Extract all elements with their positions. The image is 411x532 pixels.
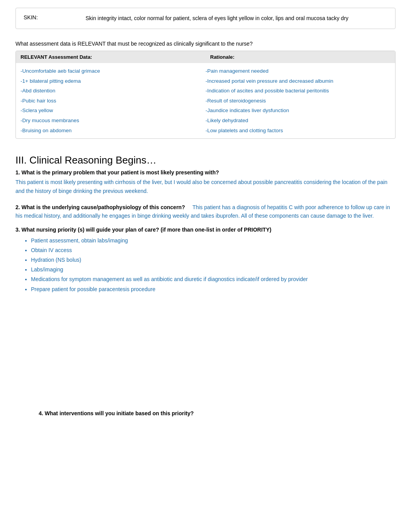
col2-header: Rationale:: [206, 51, 395, 63]
table-col2-item: -Low platelets and clotting factors: [206, 126, 390, 135]
table-col1-item: -Sclera yellow: [21, 106, 206, 115]
table-col2-item: -Indication of ascites and possible bact…: [206, 87, 390, 95]
q1-block: 1. What is the primary problem that your…: [15, 169, 396, 195]
q1-answer: This patient is most likely presenting w…: [15, 178, 396, 195]
table-col2-item: -Likely dehydrated: [206, 116, 390, 125]
table-col2-item: -Result of steroidogenesis: [206, 97, 390, 105]
q2-label: 2. What is the underlying cause/pathophy…: [15, 204, 185, 210]
q3-block: 3. What nursing priority (s) will guide …: [15, 227, 396, 294]
table-col1-item: -Uncomfortable aeb facial grimace: [21, 67, 206, 75]
priority-list-item: Hydration (NS bolus): [31, 255, 396, 265]
table-col2-item: -Pain management needed: [206, 67, 390, 75]
table-col1-item: -Pubic hair loss: [21, 97, 206, 105]
skin-value: Skin integrity intact, color normal for …: [86, 14, 348, 22]
q3-list: Patient assessment, obtain labs/imagingO…: [15, 236, 396, 294]
table-col1-item: -Bruising on abdomen: [21, 126, 206, 135]
relevant-col-2: -Pain management needed-Increased portal…: [206, 67, 390, 135]
priority-list-item: Medications for symptom management as we…: [31, 275, 396, 284]
table-col1-item: -Dry mucous membranes: [21, 116, 206, 125]
skin-label: SKIN:: [24, 14, 86, 22]
col1-header: RELEVANT Assessment Data:: [16, 51, 206, 63]
priority-list-item: Patient assessment, obtain labs/imaging: [31, 236, 396, 246]
relevant-table-header: RELEVANT Assessment Data: Rationale:: [16, 51, 395, 63]
section-title: III. Clinical Reasoning Begins…: [15, 154, 396, 166]
q2-block: 2. What is the underlying cause/pathophy…: [15, 203, 396, 220]
relevant-col-1: -Uncomfortable aeb facial grimace-1+ bil…: [21, 67, 206, 135]
priority-list-item: Obtain IV access: [31, 246, 396, 255]
q2-spacer: [187, 204, 191, 210]
relevant-table-body: -Uncomfortable aeb facial grimace-1+ bil…: [16, 63, 395, 138]
priority-list-item: Labs/imaging: [31, 265, 396, 275]
skin-box: SKIN: Skin integrity intact, color norma…: [15, 8, 396, 29]
table-col2-item: -Increased portal vein pressure and decr…: [206, 77, 390, 85]
table-col1-item: -Abd distention: [21, 87, 206, 95]
q1-label: 1. What is the primary problem that your…: [15, 169, 396, 176]
table-col2-item: -Jaundice indicates liver dysfunction: [206, 106, 390, 115]
q4-label: 4. What interventions will you initiate …: [15, 410, 396, 416]
q3-label: 3. What nursing priority (s) will guide …: [15, 227, 396, 233]
priority-list-item: Prepare patient for possible paracentesi…: [31, 285, 396, 294]
table-col1-item: -1+ bilateral pitting edema: [21, 77, 206, 85]
relevant-question: What assessment data is RELEVANT that mu…: [15, 41, 396, 47]
relevant-table: RELEVANT Assessment Data: Rationale: -Un…: [15, 51, 396, 139]
